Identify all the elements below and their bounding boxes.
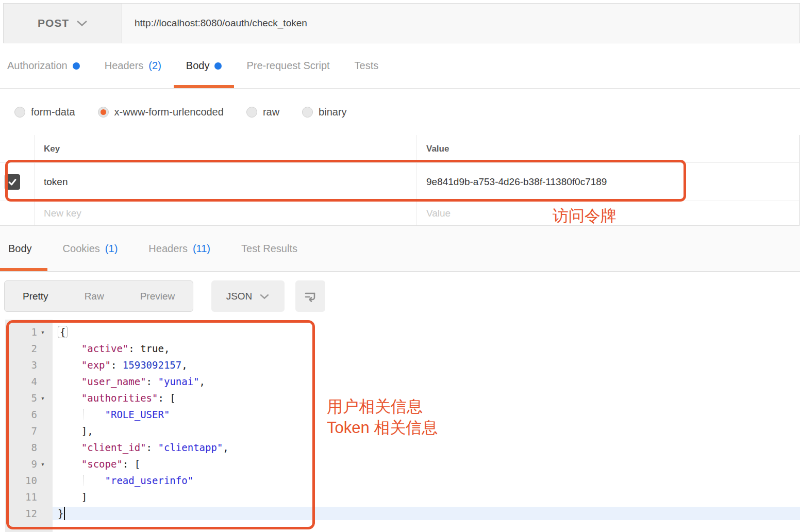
- token-plain: :: [146, 442, 158, 453]
- token-plain: ,: [164, 343, 170, 354]
- code-text: ]: [53, 491, 800, 503]
- tab-label: Headers: [105, 60, 144, 72]
- code-line: 1▾{: [0, 324, 800, 340]
- gutter-cell[interactable]: 5▾: [0, 392, 53, 404]
- tab-label: Body: [186, 60, 210, 72]
- format-dropdown[interactable]: JSON: [211, 280, 285, 312]
- row-checkbox[interactable]: [5, 174, 20, 190]
- gutter-cell[interactable]: 8: [0, 442, 53, 453]
- token-plain: : [: [158, 392, 175, 404]
- code-text: "authorities": [: [53, 392, 800, 404]
- token-str: "clientapp": [158, 442, 223, 453]
- response-tab-body[interactable]: Body: [0, 226, 47, 271]
- line-number: 6: [31, 409, 37, 420]
- line-number: 3: [31, 359, 37, 371]
- radio-circle-icon: [14, 107, 25, 118]
- token-plain: ,: [223, 442, 228, 453]
- tab-pre-request-script[interactable]: Pre-request Script: [234, 43, 342, 88]
- gutter-cell[interactable]: 11: [0, 491, 53, 503]
- tab-tests[interactable]: Tests: [342, 43, 391, 88]
- param-row-new: [0, 201, 799, 226]
- param-value-input[interactable]: [426, 176, 780, 188]
- params-header-row: Key Value: [0, 135, 799, 163]
- token-plain: [58, 359, 81, 371]
- view-mode-pretty[interactable]: Pretty: [5, 281, 66, 311]
- tab-body[interactable]: Body: [174, 43, 235, 88]
- view-mode-preview[interactable]: Preview: [122, 281, 193, 311]
- line-number: 8: [31, 442, 37, 453]
- response-body-viewer[interactable]: 1▾{2 "active": true,3 "exp": 1593092157,…: [0, 320, 800, 532]
- token-plain: ,: [199, 376, 205, 387]
- token-plain: ,: [181, 359, 187, 371]
- line-number: 9: [31, 458, 37, 470]
- line-number: 7: [31, 425, 37, 437]
- gutter-cell[interactable]: 3: [0, 359, 53, 371]
- code-text: }: [53, 507, 800, 520]
- tab-label: Cookies: [63, 243, 100, 255]
- radio-raw[interactable]: raw: [246, 106, 279, 118]
- tab-label: Body: [8, 243, 32, 255]
- body-mode-radios: form-datax-www-form-urlencodedrawbinary: [0, 89, 800, 135]
- token-key: "user_name": [81, 376, 146, 387]
- gutter-cell[interactable]: 1▾: [0, 326, 53, 338]
- gutter-cell[interactable]: 4: [0, 376, 53, 387]
- line-number: 5: [31, 392, 37, 404]
- code-line: 8 "client_id": "clientapp",: [0, 439, 800, 456]
- line-number: 2: [31, 343, 37, 354]
- radio-circle-icon: [98, 107, 109, 118]
- param-row-token: [0, 163, 799, 201]
- gutter-cell[interactable]: 12: [0, 508, 53, 519]
- token-plain: ],: [58, 425, 93, 437]
- check-icon: [8, 177, 17, 187]
- code-line: 12}: [0, 505, 800, 522]
- gutter-cell[interactable]: 10: [0, 475, 53, 486]
- view-mode-raw[interactable]: Raw: [66, 281, 122, 311]
- radio-form-data[interactable]: form-data: [14, 106, 75, 118]
- radio-circle-icon: [246, 107, 257, 118]
- code-line: 11 ]: [0, 489, 800, 505]
- token-str: "read_userinfo": [105, 475, 194, 486]
- value-column-header: Value: [426, 144, 449, 154]
- new-key-input[interactable]: [44, 208, 398, 219]
- code-text: "user_name": "yunai",: [53, 376, 800, 387]
- gutter-cell[interactable]: 9▾: [0, 458, 53, 470]
- token-plain: : [: [123, 458, 140, 470]
- request-url-bar: POST http://localhost:8080/oauth/check_t…: [3, 3, 800, 43]
- gutter-cell[interactable]: 6: [0, 409, 53, 420]
- tab-label: Pre-request Script: [246, 60, 329, 72]
- response-header: BodyCookies(1)Headers(11)Test Results: [0, 226, 800, 272]
- code-rows: 1▾{2 "active": true,3 "exp": 1593092157,…: [0, 324, 800, 522]
- response-tab-headers[interactable]: Headers(11): [133, 226, 226, 271]
- radio-x-www-form-urlencoded[interactable]: x-www-form-urlencoded: [98, 106, 224, 118]
- text-cursor: [64, 507, 65, 520]
- view-mode-label: Preview: [140, 291, 175, 302]
- line-number: 12: [25, 508, 37, 519]
- format-label: JSON: [226, 291, 253, 302]
- code-line: 9▾ "scope": [: [0, 456, 800, 472]
- tab-authorization[interactable]: Authorization: [7, 43, 92, 88]
- code-text: "exp": 1593092157,: [53, 359, 800, 371]
- postman-window: POST http://localhost:8080/oauth/check_t…: [0, 0, 800, 532]
- token-plain: [58, 376, 81, 387]
- token-key: "client_id": [81, 442, 146, 453]
- view-mode-label: Raw: [85, 291, 104, 302]
- response-tab-cookies[interactable]: Cookies(1): [47, 226, 134, 271]
- token-plain: [58, 392, 81, 404]
- new-value-input[interactable]: [426, 208, 780, 219]
- gutter-cell[interactable]: 7: [0, 425, 53, 437]
- token-plain: [58, 409, 105, 420]
- unsaved-dot: [214, 62, 222, 70]
- gutter-cell[interactable]: 2: [0, 343, 53, 354]
- method-dropdown[interactable]: POST: [4, 4, 122, 43]
- tab-headers[interactable]: Headers(2): [92, 43, 174, 88]
- url-field[interactable]: http://localhost:8080/oauth/check_token: [122, 4, 799, 43]
- radio-binary[interactable]: binary: [302, 106, 346, 118]
- unsaved-dot: [73, 62, 80, 70]
- param-key-input[interactable]: [44, 176, 398, 188]
- tab-label: Tests: [355, 60, 379, 72]
- wrap-text-button[interactable]: [295, 280, 325, 312]
- response-tab-test-results[interactable]: Test Results: [226, 226, 313, 271]
- code-text: {: [53, 326, 800, 338]
- token-plain: [58, 343, 81, 354]
- code-text: ],: [53, 425, 800, 437]
